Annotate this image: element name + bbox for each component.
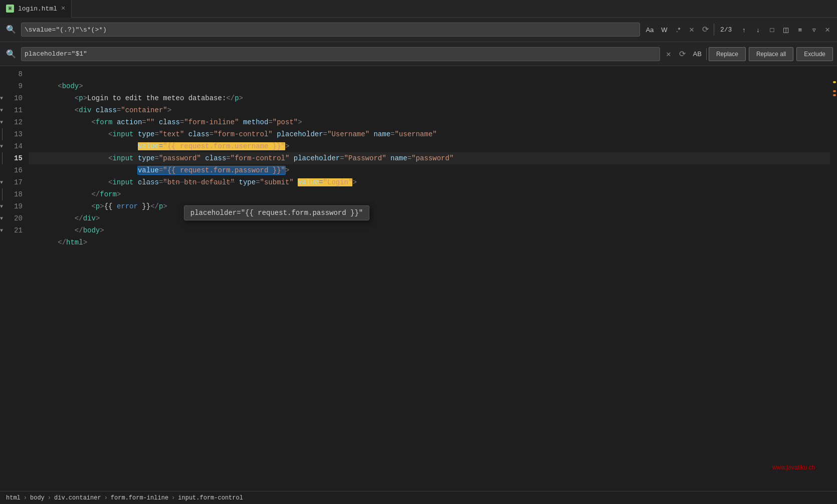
find-input[interactable]	[25, 26, 637, 34]
code-area[interactable]: <body> <p>Login to edit the meteo databa…	[29, 66, 830, 491]
breadcrumb: html › body › div.container › form.form-…	[0, 491, 837, 504]
tab-login-html[interactable]: H login.html ×	[0, 0, 72, 18]
ln-15: 15	[14, 152, 23, 164]
breadcrumb-sep-2: ›	[48, 494, 51, 501]
fold-icon-11[interactable]: ▼	[0, 108, 3, 113]
gutter-8	[0, 68, 10, 80]
replace-input[interactable]	[25, 50, 657, 58]
fold-icon-19[interactable]: ▼	[0, 204, 3, 209]
code-line-9: <p>Login to edit the meteo database:</p>	[29, 80, 830, 92]
toggle-find-in-selection[interactable]: ◫	[780, 24, 792, 36]
watermark: www.javatiku.ch	[772, 464, 815, 471]
find-history-button[interactable]: ⟳	[699, 24, 712, 36]
code-line-20: </body>	[29, 212, 830, 224]
find-clear-button[interactable]: ✕	[686, 24, 697, 36]
ln-18: 18	[14, 188, 23, 200]
fold-icon-12[interactable]: ▼	[0, 120, 3, 125]
code-line-12: <input type="text" class="form-control" …	[29, 116, 830, 128]
breadcrumb-div-container[interactable]: div.container	[54, 494, 101, 501]
toggle-wrap-button[interactable]: □	[766, 24, 778, 36]
exclude-button[interactable]: Exclude	[796, 47, 833, 61]
fold-icon-17[interactable]: ▼	[0, 180, 3, 185]
fold-gutter: ▼ ▼ ▼ ▼ ▼ ▼ ▼ ▼	[0, 66, 10, 491]
ln-13: 13	[14, 128, 23, 140]
divider	[714, 24, 714, 36]
preserve-case-replace-button[interactable]: AB	[691, 48, 704, 60]
breadcrumb-sep-3: ›	[104, 494, 108, 501]
scrollbar-track[interactable]	[830, 66, 837, 491]
fold-icon-21[interactable]: ▼	[0, 228, 3, 233]
gutter-10[interactable]: ▼	[0, 92, 10, 104]
search-icon: 🔍	[4, 23, 18, 37]
case-sensitive-button[interactable]: Aa	[643, 24, 656, 36]
ln-11: 11	[14, 104, 23, 116]
tab-close-button[interactable]: ×	[61, 5, 65, 12]
replace-action-buttons: Replace Replace all Exclude	[709, 47, 833, 61]
editor-area: ▼ ▼ ▼ ▼ ▼ ▼ ▼ ▼	[0, 66, 837, 491]
replace-button[interactable]: Replace	[709, 47, 746, 61]
regex-button[interactable]: .*	[672, 24, 684, 36]
gutter-18	[0, 188, 10, 200]
find-toolbar-right: Aa W .* ✕ ⟳ 2/3 ↑ ↓ □ ◫ ≡ ▿ ✕	[643, 24, 833, 36]
gutter-19[interactable]: ▼	[0, 200, 10, 212]
breadcrumb-input[interactable]: input.form-control	[178, 494, 243, 501]
scroll-indicator-2	[833, 90, 836, 92]
code-line-10: <div class="container">	[29, 92, 830, 104]
gutter-21[interactable]: ▼	[0, 224, 10, 236]
fold-icon-10[interactable]: ▼	[0, 96, 3, 101]
ln-20: 20	[14, 212, 23, 224]
ln-17: 17	[14, 176, 23, 188]
code-line-13: value="{{ request.form.username }}">	[29, 128, 830, 140]
prev-match-button[interactable]: ↑	[738, 24, 750, 36]
code-line-19: </div>	[29, 200, 830, 212]
replace-row: 🔍 ✕ ⟳ AB Replace Replace all Exclude	[0, 42, 837, 66]
tab-label: login.html	[18, 5, 57, 13]
find-row: 🔍 Aa W .* ✕ ⟳ 2/3 ↑ ↓ □ ◫ ≡ ▿ ✕	[0, 18, 837, 42]
breadcrumb-sep-1: ›	[24, 494, 27, 501]
breadcrumb-html[interactable]: html	[6, 494, 21, 501]
scroll-indicator-1	[833, 81, 836, 83]
ln-21: 21	[14, 224, 23, 236]
replace-history-button[interactable]: ⟳	[676, 48, 689, 60]
tab-bar: H login.html ×	[0, 0, 837, 18]
code-line-11: <form action="" class="form-inline" meth…	[29, 104, 830, 116]
filter-button[interactable]: ▿	[808, 24, 820, 36]
ln-10: 10	[14, 92, 23, 104]
ln-19: 19	[14, 200, 23, 212]
replace-icon: 🔍	[4, 47, 18, 61]
code-line-18: <p>{{ error }}</p>	[29, 188, 830, 200]
divider2	[706, 48, 707, 60]
replace-input-wrap	[21, 47, 660, 61]
gutter-9	[0, 80, 10, 92]
next-match-button[interactable]: ↓	[752, 24, 764, 36]
gutter-12[interactable]: ▼	[0, 116, 10, 128]
breadcrumb-body[interactable]: body	[30, 494, 45, 501]
ln-14: 14	[14, 140, 23, 152]
whole-word-button[interactable]: W	[658, 24, 670, 36]
fold-icon-20[interactable]: ▼	[0, 216, 3, 221]
ln-8: 8	[14, 68, 23, 80]
code-line-14: <input type="password" class="form-contr…	[29, 140, 830, 152]
gutter-20[interactable]: ▼	[0, 212, 10, 224]
close-find-panel[interactable]: ✕	[822, 24, 833, 36]
replace-toolbar-right: ✕ ⟳ AB Replace Replace all Exclude	[663, 47, 833, 61]
find-input-wrap	[21, 23, 640, 37]
autocomplete-tooltip: placeholder="{{ request.form.password }}…	[184, 205, 369, 220]
match-count: 2/3	[716, 26, 736, 34]
gutter-17[interactable]: ▼	[0, 176, 10, 188]
breadcrumb-form[interactable]: form.form-inline	[111, 494, 168, 501]
code-line-15: value="{{ request.form.password }}">	[29, 152, 830, 164]
gutter-14[interactable]: ▼	[0, 140, 10, 152]
tab-file-icon: H	[6, 5, 14, 13]
gutter-11[interactable]: ▼	[0, 104, 10, 116]
scroll-indicator-3	[833, 94, 836, 96]
replace-clear-button[interactable]: ✕	[663, 48, 674, 60]
gutter-16	[0, 164, 10, 176]
line-numbers: 8 9 10 11 12 13 14 15 16 17 18 19 20 21	[10, 66, 29, 491]
code-line-16: <input class="btn btn-default" type="sub…	[29, 164, 830, 176]
gutter-13	[0, 128, 10, 140]
ln-16: 16	[14, 164, 23, 176]
fold-icon-14[interactable]: ▼	[0, 144, 3, 149]
replace-all-button[interactable]: Replace all	[749, 47, 793, 61]
preserve-case-button[interactable]: ≡	[794, 24, 806, 36]
